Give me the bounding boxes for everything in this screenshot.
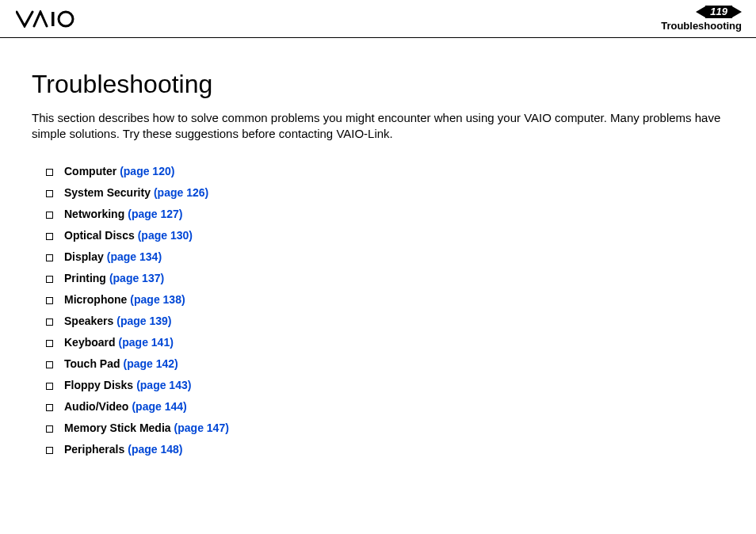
topic-item: System Security(page 126) — [46, 186, 724, 199]
page-reference-link[interactable]: (page 143) — [136, 379, 191, 391]
page-reference-link[interactable]: (page 120) — [120, 165, 174, 177]
topic-item: Optical Discs(page 130) — [46, 229, 724, 242]
topic-item: Floppy Disks(page 143) — [46, 379, 724, 391]
header-right: 119 Troubleshooting — [661, 6, 742, 32]
square-bullet-icon — [46, 318, 53, 326]
topic-label: Microphone — [64, 293, 127, 306]
topic-text: Speakers(page 139) — [64, 315, 172, 327]
square-bullet-icon — [46, 361, 53, 368]
topic-text: Microphone(page 138) — [64, 293, 185, 306]
topic-item: Touch Pad(page 142) — [46, 357, 724, 370]
topic-text: Networking(page 127) — [64, 208, 182, 220]
topic-label: System Security — [64, 186, 151, 199]
page-navigation: 119 — [661, 6, 742, 18]
header-section-label: Troubleshooting — [661, 20, 742, 32]
page-reference-link[interactable]: (page 147) — [174, 421, 229, 434]
page-reference-link[interactable]: (page 138) — [130, 293, 185, 306]
page-header: 119 Troubleshooting — [0, 0, 756, 38]
svg-point-1 — [59, 12, 73, 26]
page-title: Troubleshooting — [32, 70, 724, 99]
square-bullet-icon — [46, 447, 53, 454]
page-reference-link[interactable]: (page 142) — [124, 357, 178, 370]
square-bullet-icon — [46, 254, 53, 261]
square-bullet-icon — [46, 383, 53, 390]
vaio-logo — [16, 10, 95, 28]
topic-text: Floppy Disks(page 143) — [64, 379, 191, 391]
page-reference-link[interactable]: (page 141) — [119, 336, 174, 349]
topic-label: Keyboard — [64, 336, 116, 349]
page-reference-link[interactable]: (page 134) — [107, 250, 162, 263]
topic-text: Optical Discs(page 130) — [64, 229, 193, 242]
topic-item: Printing(page 137) — [46, 272, 724, 284]
topic-text: System Security(page 126) — [64, 186, 208, 199]
square-bullet-icon — [46, 340, 53, 347]
square-bullet-icon — [46, 404, 53, 411]
topic-item: Computer(page 120) — [46, 165, 724, 177]
page-reference-link[interactable]: (page 144) — [132, 400, 186, 413]
prev-page-arrow-icon[interactable] — [696, 6, 705, 17]
topic-text: Audio/Video(page 144) — [64, 400, 187, 413]
square-bullet-icon — [46, 425, 53, 433]
square-bullet-icon — [46, 233, 53, 240]
topic-item: Peripherals(page 148) — [46, 443, 724, 456]
topic-label: Display — [64, 250, 104, 263]
topic-label: Speakers — [64, 315, 113, 327]
topic-text: Computer(page 120) — [64, 165, 174, 177]
topic-item: Memory Stick Media(page 147) — [46, 421, 724, 434]
intro-paragraph: This section describes how to solve comm… — [32, 110, 724, 143]
topic-label: Optical Discs — [64, 229, 135, 242]
square-bullet-icon — [46, 297, 53, 304]
topic-label: Memory Stick Media — [64, 421, 171, 434]
topic-text: Display(page 134) — [64, 250, 162, 263]
topic-text: Memory Stick Media(page 147) — [64, 421, 229, 434]
square-bullet-icon — [46, 276, 53, 283]
page-reference-link[interactable]: (page 137) — [109, 272, 164, 284]
topic-list: Computer(page 120)System Security(page 1… — [32, 165, 724, 456]
topic-label: Audio/Video — [64, 400, 128, 413]
topic-label: Touch Pad — [64, 357, 120, 370]
page-reference-link[interactable]: (page 148) — [128, 443, 182, 456]
topic-text: Peripherals(page 148) — [64, 443, 183, 456]
topic-item: Networking(page 127) — [46, 208, 724, 220]
square-bullet-icon — [46, 190, 53, 197]
page-content: Troubleshooting This section describes h… — [0, 38, 756, 456]
topic-item: Microphone(page 138) — [46, 293, 724, 306]
page-reference-link[interactable]: (page 127) — [128, 208, 182, 220]
square-bullet-icon — [46, 212, 53, 219]
square-bullet-icon — [46, 169, 53, 176]
page-reference-link[interactable]: (page 126) — [154, 186, 208, 199]
topic-item: Display(page 134) — [46, 250, 724, 263]
topic-item: Keyboard(page 141) — [46, 336, 724, 349]
page-number: 119 — [705, 6, 732, 18]
topic-label: Networking — [64, 208, 124, 220]
topic-item: Speakers(page 139) — [46, 315, 724, 327]
topic-item: Audio/Video(page 144) — [46, 400, 724, 413]
topic-text: Touch Pad(page 142) — [64, 357, 178, 370]
topic-label: Computer — [64, 165, 116, 177]
topic-label: Floppy Disks — [64, 379, 133, 391]
page-reference-link[interactable]: (page 139) — [116, 315, 171, 327]
svg-rect-0 — [52, 12, 55, 26]
topic-label: Printing — [64, 272, 106, 284]
next-page-arrow-icon[interactable] — [732, 6, 742, 17]
topic-text: Keyboard(page 141) — [64, 336, 174, 349]
page-reference-link[interactable]: (page 130) — [138, 229, 193, 242]
topic-text: Printing(page 137) — [64, 272, 164, 284]
topic-label: Peripherals — [64, 443, 124, 456]
